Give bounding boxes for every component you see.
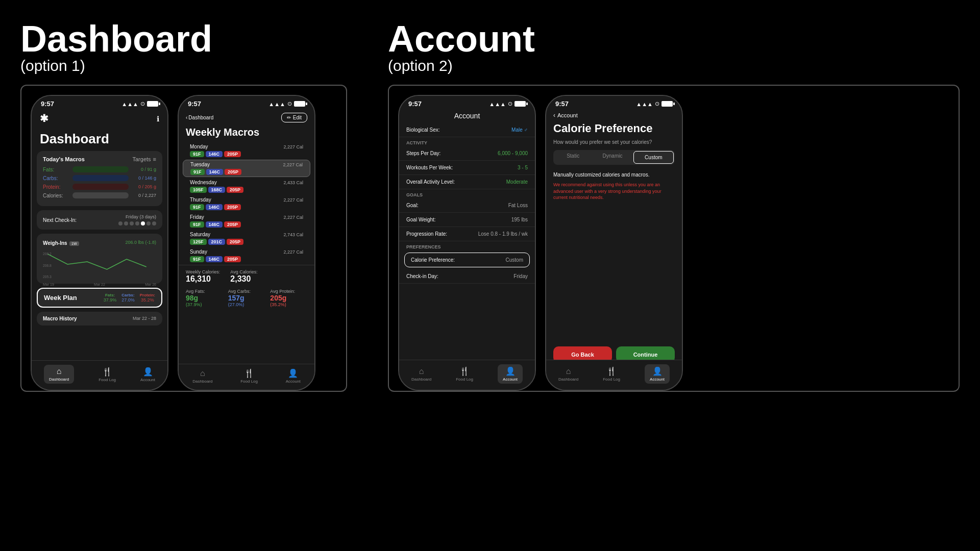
foodlog-tab-label: Food Log — [99, 378, 116, 382]
weighins-header: Weigh-Ins 1W 206.0 lbs (-1.8) — [43, 238, 156, 247]
phone4-tab-dashboard[interactable]: ⌂ Dashboard — [558, 367, 578, 382]
wednesday-row[interactable]: Wednesday 2,433 Cal 105F 168C 205P — [183, 178, 310, 194]
phone2-time: 9:57 — [188, 100, 201, 108]
phone2-tab-foodlog[interactable]: 🍴 Food Log — [240, 368, 258, 384]
calorie-pref-title: Calorie Preference — [546, 120, 682, 138]
foodlog-tab-label-4: Food Log — [603, 377, 620, 382]
phone1-tab-foodlog[interactable]: 🍴 Food Log — [99, 367, 116, 382]
avg-protein-value: 205g — [270, 294, 307, 302]
signal-icon-4: ▲▲▲ — [636, 101, 653, 107]
back-button[interactable]: ‹ Dashboard — [186, 115, 213, 120]
foodlog-tab-icon-2: 🍴 — [244, 368, 254, 378]
activity-value: Moderate — [506, 179, 528, 185]
saturday-row[interactable]: Saturday 2,743 Cal 125F 201C 205P — [183, 230, 310, 246]
week-plan-card[interactable]: Week Plan Fats: 37.9% Carbs: 27.0% Prote… — [37, 288, 162, 308]
week-plan-title: Week Plan — [44, 294, 77, 302]
sunday-row[interactable]: Sunday 2,227 Cal 91F 146C 205P — [183, 247, 310, 264]
avg-protein-label: Avg Protein: — [270, 289, 307, 294]
phone4-tab-account[interactable]: 👤 Account — [645, 364, 670, 384]
calorie-preference-row[interactable]: Calorie Preference: Custom — [404, 253, 530, 267]
dynamic-option[interactable]: Dynamic — [593, 150, 632, 165]
phone2-tab-dashboard[interactable]: ⌂ Dashboard — [192, 369, 212, 384]
carbs-label: Carbs: — [43, 176, 69, 181]
phone2-status-bar: 9:57 ▲▲▲ ⊙ — [179, 96, 314, 110]
saturday-header: Saturday 2,743 Cal — [190, 232, 303, 237]
thursday-carb: 146C — [206, 204, 223, 210]
avg-carbs-item: Avg Carbs: 157g (27.0%) — [228, 289, 265, 307]
phone3-tab-foodlog[interactable]: 🍴 Food Log — [456, 366, 473, 382]
days-list: Monday 2,227 Cal 91F 146C 205P Tuesday 2… — [179, 142, 314, 264]
wifi-icon-4: ⊙ — [655, 101, 659, 107]
avg-calories-label: Avg Calories: — [230, 269, 257, 274]
weighins-avg: 206.0 lbs (-1.8) — [125, 240, 156, 245]
friday-carb: 146C — [206, 221, 223, 228]
phone4-back-label[interactable]: Account — [557, 112, 578, 118]
macros-card-title: Today's Macros — [43, 156, 85, 162]
dot-3 — [130, 221, 134, 226]
phone1: 9:57 ▲▲▲ ⊙ ✱ ℹ Dashboard Today's Macros — [31, 95, 168, 391]
overall-activity-row[interactable]: Overall Activity Level: Moderate — [399, 175, 535, 189]
thursday-row[interactable]: Thursday 2,227 Cal 91F 146C 205P — [183, 195, 310, 212]
static-option[interactable]: Static — [553, 150, 593, 165]
weekly-calories-value: 16,310 — [186, 274, 220, 284]
wifi-icon-2: ⊙ — [287, 101, 292, 107]
goal-value: Fat Loss — [508, 203, 528, 208]
left-phones-row: 9:57 ▲▲▲ ⊙ ✱ ℹ Dashboard Today's Macros — [20, 85, 347, 392]
wednesday-protein: 205P — [227, 187, 243, 193]
sunday-carb: 146C — [206, 256, 223, 262]
avg-carbs-label: Avg Carbs: — [228, 289, 265, 294]
weekly-avgs: Avg Fats: 98g (37.9%) Avg Carbs: 157g (2… — [179, 286, 314, 310]
thursday-header: Thursday 2,227 Cal — [190, 197, 303, 203]
weighins-title: Weigh-Ins — [43, 240, 67, 246]
account-tab-icon-4: 👤 — [652, 366, 663, 376]
edit-button[interactable]: ✏ Edit — [281, 113, 307, 122]
account-tab-label-4: Account — [650, 377, 665, 382]
goal-weight-row[interactable]: Goal Weight: 195 lbs — [399, 213, 535, 227]
back-chevron-icon: ‹ — [186, 115, 187, 120]
phone3-tab-account[interactable]: 👤 Account — [498, 364, 523, 384]
avg-fats-label: Avg Fats: — [186, 289, 223, 294]
foodlog-tab-icon: 🍴 — [102, 367, 112, 377]
biological-sex-row[interactable]: Biological Sex: Male ♂ — [399, 123, 535, 137]
tuesday-row[interactable]: Tuesday 2,227 Cal 91F 146C 205P — [183, 160, 310, 177]
weekly-calories-item: Weekly Calories: 16,310 — [186, 269, 220, 284]
friday-row[interactable]: Friday 2,227 Cal 91F 146C 205P — [183, 213, 310, 229]
weighins-period[interactable]: 1W — [69, 241, 79, 246]
progression-row[interactable]: Progression Rate: Lose 0.8 - 1.9 lbs / w… — [399, 227, 535, 241]
custom-option[interactable]: Custom — [633, 151, 674, 164]
svg-text:208.2: 208.2 — [43, 252, 52, 256]
info-icon[interactable]: ℹ — [157, 115, 159, 123]
monday-row[interactable]: Monday 2,227 Cal 91F 146C 205P — [183, 142, 310, 159]
dot-5 — [141, 221, 145, 226]
phone1-tab-dashboard[interactable]: ⌂ Dashboard — [44, 365, 74, 384]
account-tab-label-3: Account — [503, 377, 518, 382]
phone3-tab-dashboard[interactable]: ⌂ Dashboard — [411, 367, 431, 382]
carbs-value: 0 / 146 g — [132, 176, 156, 181]
wednesday-fat: 105F — [190, 187, 207, 193]
left-section: Dashboard (option 1) 9:57 ▲▲▲ ⊙ ✱ ℹ Dash — [0, 0, 368, 392]
account-tab-label-2: Account — [286, 379, 301, 384]
phone2-tab-account[interactable]: 👤 Account — [286, 368, 301, 384]
back-arrow-icon: ‹ — [553, 112, 555, 119]
phone3-status-icons: ▲▲▲ ⊙ — [489, 101, 526, 107]
workouts-per-week-row[interactable]: Workouts Per Week: 3 - 5 — [399, 161, 535, 175]
checkin-day-row[interactable]: Check-in Day: Friday — [399, 269, 535, 284]
dot-7 — [152, 221, 156, 226]
thursday-protein: 205P — [224, 204, 241, 210]
phone1-tab-account[interactable]: 👤 Account — [140, 367, 155, 382]
foodlog-tab-icon-3: 🍴 — [459, 366, 470, 376]
monday-protein: 205P — [224, 151, 241, 157]
dashboard-tab-label: Dashboard — [49, 377, 69, 382]
phone4-tab-foodlog[interactable]: 🍴 Food Log — [603, 366, 620, 382]
steps-per-day-row[interactable]: Steps Per Day: 6,000 - 9,000 — [399, 146, 535, 161]
week-macro-fats: Fats: 37.9% — [104, 293, 117, 303]
left-section-title: Dashboard — [20, 20, 347, 57]
calories-label: Calories: — [43, 193, 69, 198]
goal-row[interactable]: Goal: Fat Loss — [399, 198, 535, 213]
week-macro-fats-pct: 37.9% — [104, 297, 117, 303]
fats-label: Fats: — [43, 167, 69, 172]
week-macro-protein-label: Protein: — [140, 293, 155, 297]
right-section-title: Account — [388, 20, 960, 57]
phone2: 9:57 ▲▲▲ ⊙ ‹ Dashboard ✏ Edit Weekly Mac… — [178, 95, 315, 391]
monday-fat: 91F — [190, 151, 204, 157]
